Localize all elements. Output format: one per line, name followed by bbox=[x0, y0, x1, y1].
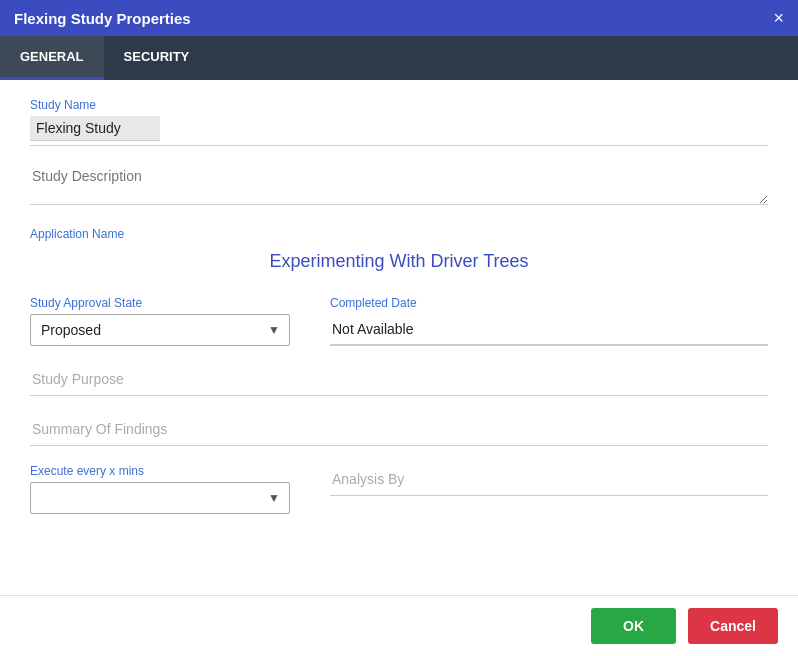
study-purpose-placeholder: Study Purpose bbox=[30, 364, 768, 396]
study-description-input[interactable] bbox=[30, 164, 768, 205]
study-purpose-group: Study Purpose bbox=[30, 364, 768, 396]
dialog-title: Flexing Study Properties bbox=[14, 10, 191, 27]
study-approval-select-wrapper: Proposed Approved Rejected ▼ bbox=[30, 314, 290, 346]
summary-of-findings-group: Summary Of Findings bbox=[30, 414, 768, 446]
completed-date-value: Not Available bbox=[330, 314, 768, 345]
completed-date-label: Completed Date bbox=[330, 296, 768, 310]
execute-every-group: Execute every x mins ▼ bbox=[30, 464, 290, 514]
content-area: Study Name Flexing Study Application Nam… bbox=[0, 80, 798, 595]
tab-security-label: SECURITY bbox=[124, 49, 190, 64]
study-approval-label: Study Approval State bbox=[30, 296, 290, 310]
dialog-container: Flexing Study Properties × GENERAL SECUR… bbox=[0, 0, 798, 656]
study-name-value: Flexing Study bbox=[30, 116, 160, 141]
tabs-bar: GENERAL SECURITY bbox=[0, 36, 798, 80]
cancel-button[interactable]: Cancel bbox=[688, 608, 778, 644]
study-approval-select[interactable]: Proposed Approved Rejected bbox=[30, 314, 290, 346]
study-approval-group: Study Approval State Proposed Approved R… bbox=[30, 296, 290, 346]
tab-general[interactable]: GENERAL bbox=[0, 36, 104, 80]
study-name-label: Study Name bbox=[30, 98, 768, 112]
application-name-value: Experimenting With Driver Trees bbox=[30, 245, 768, 278]
approval-completed-row: Study Approval State Proposed Approved R… bbox=[30, 296, 768, 346]
application-name-label: Application Name bbox=[30, 227, 768, 241]
tab-security[interactable]: SECURITY bbox=[104, 36, 210, 80]
title-bar: Flexing Study Properties × bbox=[0, 0, 798, 36]
ok-button[interactable]: OK bbox=[591, 608, 676, 644]
execute-every-select[interactable] bbox=[30, 482, 290, 514]
execute-every-label: Execute every x mins bbox=[30, 464, 290, 478]
analysis-by-placeholder: Analysis By bbox=[330, 464, 768, 496]
footer-bar: OK Cancel bbox=[0, 595, 798, 656]
close-button[interactable]: × bbox=[773, 9, 784, 27]
application-name-group: Application Name Experimenting With Driv… bbox=[30, 227, 768, 278]
execute-every-select-wrapper: ▼ bbox=[30, 482, 290, 514]
tab-general-label: GENERAL bbox=[20, 49, 84, 64]
analysis-by-group: Analysis By bbox=[330, 464, 768, 514]
study-description-group bbox=[30, 164, 768, 209]
study-name-group: Study Name Flexing Study bbox=[30, 98, 768, 146]
execute-analysis-row: Execute every x mins ▼ Analysis By bbox=[30, 464, 768, 514]
completed-date-group: Completed Date Not Available bbox=[330, 296, 768, 346]
summary-of-findings-placeholder: Summary Of Findings bbox=[30, 414, 768, 446]
